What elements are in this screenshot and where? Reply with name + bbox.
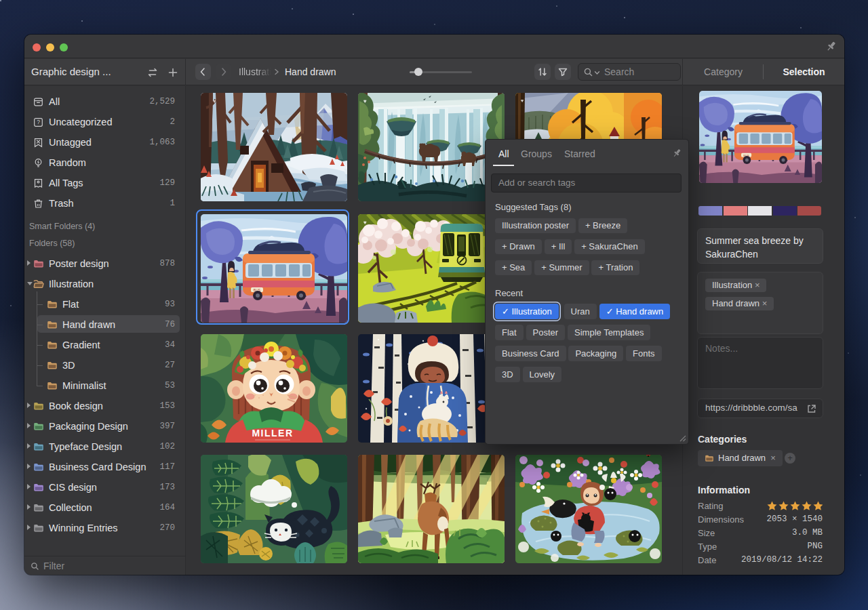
svg-text:MILLER: MILLER — [252, 428, 293, 439]
svg-text:♥: ♥ — [363, 98, 367, 104]
svg-text:?: ? — [37, 119, 40, 125]
svg-text:♥: ♥ — [521, 98, 524, 103]
svg-text:♥: ♥ — [213, 98, 216, 104]
svg-text:♥: ♥ — [363, 220, 367, 226]
